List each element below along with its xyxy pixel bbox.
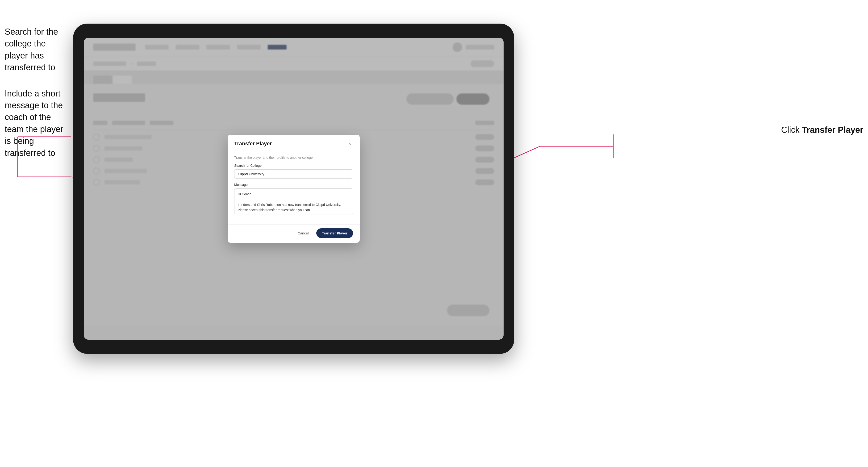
annotation-search-text: Search for the college the player has tr… [5,26,71,73]
modal-footer: Cancel Transfer Player [228,224,360,243]
message-group: Message Hi Coach, I understand Chris Rob… [234,183,353,215]
message-textarea[interactable]: Hi Coach, I understand Chris Robertson h… [234,188,353,214]
close-icon: × [348,141,351,147]
annotation-right: Click Transfer Player [781,125,863,135]
search-college-group: Search for College [234,164,353,179]
annotation-transfer-player-label: Transfer Player [802,125,863,135]
transfer-player-button[interactable]: Transfer Player [316,228,353,238]
search-college-input[interactable] [234,169,353,179]
cancel-button[interactable]: Cancel [294,229,312,237]
transfer-player-modal: Transfer Player × Transfer the player an… [228,135,360,243]
annotation-click-label: Click [781,125,802,135]
search-college-label: Search for College [234,164,353,167]
modal-subtitle: Transfer the player and their profile to… [234,156,353,159]
modal-body: Transfer the player and their profile to… [228,151,360,224]
modal-overlay: Transfer Player × Transfer the player an… [84,38,503,340]
annotation-message-text: Include a short message to the coach of … [5,88,71,159]
message-label: Message [234,183,353,187]
modal-header: Transfer Player × [228,135,360,151]
ipad-screen: › [84,38,503,340]
annotation-left: Search for the college the player has tr… [5,26,71,173]
modal-title: Transfer Player [234,141,272,147]
ipad-device: › [73,24,514,354]
modal-close-button[interactable]: × [346,140,353,147]
